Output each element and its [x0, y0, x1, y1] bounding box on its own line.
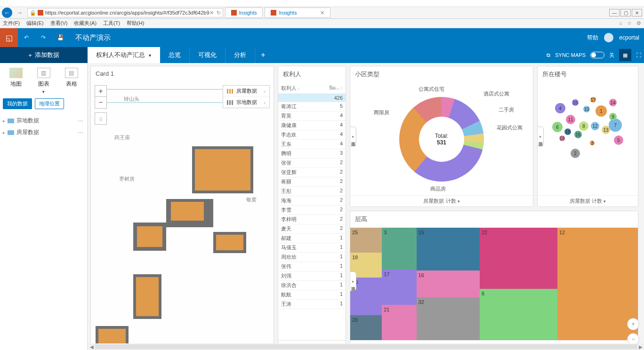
table-row[interactable]: 426 [278, 94, 346, 102]
tree-cell[interactable]: 21 [382, 305, 416, 340]
table-row[interactable]: 刘强1 [278, 271, 346, 281]
table-row[interactable]: 王涛1 [278, 300, 346, 309]
page-tab-active[interactable]: 权利人不动产汇总 ▾ [88, 47, 160, 63]
zoom-out-button[interactable]: − [95, 97, 106, 108]
tree-cell[interactable]: 3 [382, 228, 416, 270]
bubble[interactable]: 9 [609, 113, 617, 120]
card-map[interactable]: Card 1 + − ⌂ 房屋数据› 宗地数据› 转山头 药王庙 枣树房 银 [90, 66, 274, 350]
tree-cell[interactable]: 20 [350, 315, 382, 340]
bubble[interactable]: 18 [564, 128, 571, 135]
bubble[interactable]: 15 [572, 99, 579, 106]
add-data-button[interactable]: + 添加数据 [0, 47, 88, 63]
table-row[interactable]: 王东4 [278, 140, 346, 149]
user-avatar[interactable] [604, 33, 613, 42]
browser-tab-2[interactable]: Insights ✕ [265, 8, 330, 18]
canvas-zoom-in[interactable]: + [627, 318, 639, 330]
result-type-chart[interactable]: ▥图表▾ [36, 68, 52, 95]
tree-cell[interactable]: 6 [480, 289, 557, 340]
result-type-table[interactable]: ▤表格 [64, 68, 80, 95]
treemap-body[interactable]: 25 18 30 20 3 17 21 15 16 32 [350, 228, 638, 340]
view-tab-overview[interactable]: 总览 [160, 47, 190, 63]
settings-icon[interactable]: ⚙ [636, 20, 641, 26]
tree-cell[interactable]: 22 [480, 228, 557, 289]
card-treemap[interactable]: 层高 ▸图表选项 25 18 30 20 3 17 21 15 [350, 211, 638, 350]
map-body[interactable]: + − ⌂ 房屋数据› 宗地数据› 转山头 药王庙 枣树房 银窝 [91, 81, 274, 350]
bubble-body[interactable]: 71468111213141517101618195923 [538, 83, 638, 195]
stop-icon[interactable]: ✕ [209, 10, 214, 16]
more-icon[interactable]: ⋯ [78, 118, 84, 124]
view-tab-analyze[interactable]: 分析 [225, 47, 255, 63]
bubble[interactable]: 3 [590, 141, 595, 145]
card-title[interactable]: Card 1 [91, 66, 274, 81]
bubble[interactable]: 19 [559, 135, 565, 141]
bubble[interactable]: 1 [596, 105, 607, 117]
back-button[interactable]: ← [2, 8, 12, 18]
table-row[interactable]: 腾明3 [278, 149, 346, 159]
bubble[interactable]: 7 [609, 119, 622, 132]
bubble[interactable]: 11 [566, 115, 575, 124]
bubble[interactable]: 14 [609, 99, 617, 106]
card-footer[interactable]: 房屋数据 计数▾ [538, 195, 638, 207]
forward-button[interactable]: → [14, 8, 25, 17]
workbook-title[interactable]: 不动产演示 [75, 33, 111, 42]
canvas[interactable]: Card 1 + − ⌂ 房屋数据› 宗地数据› 转山头 药王庙 枣树房 银 [88, 63, 644, 350]
card-bubble[interactable]: 所在楼号 ▸图表选项 71468111213141517101618195923… [537, 66, 638, 207]
pill-my-data[interactable]: 我的数据 [3, 98, 32, 109]
maximize-button[interactable]: ▢ [620, 9, 631, 16]
tree-cell[interactable]: 12 [557, 228, 638, 340]
table-row[interactable]: 张张2 [278, 159, 346, 168]
bubble[interactable]: 12 [591, 122, 599, 130]
menu-favorites[interactable]: 收藏夹(A) [74, 20, 97, 27]
add-page-button[interactable]: + [255, 47, 271, 63]
table-row[interactable]: 海海2 [278, 196, 346, 206]
tree-cell[interactable]: 16 [417, 270, 480, 298]
zoom-in-button[interactable]: + [95, 86, 106, 97]
close-button[interactable]: ✕ [632, 9, 642, 16]
table-body[interactable]: 426蒋涛江5育英4康健康4李志欢4王东4腾明3张张2张亚辉2蒋丽2王彤2海海2… [278, 94, 346, 340]
user-name[interactable]: ecportal [619, 34, 639, 41]
bubble[interactable]: 8 [579, 121, 588, 131]
bubble[interactable]: 6 [552, 122, 563, 132]
tree-cell[interactable]: 25 [350, 228, 382, 253]
table-row[interactable]: 徐洪合1 [278, 281, 346, 290]
map-feature[interactable] [133, 223, 166, 251]
more-icon[interactable]: ⋯ [78, 129, 84, 136]
table-row[interactable]: 张亚辉2 [278, 168, 346, 177]
map-feature[interactable] [192, 146, 253, 193]
grid-view-button[interactable]: ▦ [619, 49, 631, 61]
help-link[interactable]: 帮助 [587, 34, 598, 42]
table-row[interactable]: 康健康4 [278, 121, 346, 130]
close-tab-icon[interactable]: ✕ [320, 10, 324, 16]
menu-tools[interactable]: 工具(T) [103, 20, 120, 27]
map-feature[interactable] [213, 232, 246, 253]
sync-maps-toggle[interactable] [590, 52, 604, 58]
table-row[interactable]: 李志欢4 [278, 130, 346, 140]
browser-tab-1[interactable]: Insights [225, 8, 263, 18]
table-row[interactable]: 蒋丽2 [278, 177, 346, 187]
table-row[interactable]: 航航1 [278, 290, 346, 300]
pie-body[interactable]: Total: 531 公寓式住宅 酒店式公寓 二手房 花园式公寓 商品房 两限房 [350, 83, 533, 195]
table-row[interactable]: 育英4 [278, 111, 346, 121]
view-tab-visualize[interactable]: 可视化 [190, 47, 225, 63]
copy-icon[interactable]: ⧉ [547, 52, 550, 58]
app-logo[interactable]: ◱ [0, 28, 18, 47]
tree-cell[interactable]: 17 [382, 270, 416, 305]
donut-chart[interactable]: Total: 531 [399, 97, 484, 182]
card-pie[interactable]: 小区类型 ▸图表选项 Total: 531 公寓式住宅 酒店式公寓 二手房 花园… [350, 66, 533, 207]
tree-cell[interactable]: 32 [417, 297, 480, 340]
chevron-down-icon[interactable]: ▾ [149, 53, 151, 58]
bubble[interactable]: 17 [590, 97, 596, 103]
expand-handle[interactable]: ▸图表选项 [350, 271, 356, 291]
menu-edit[interactable]: 编辑(E) [26, 20, 44, 27]
table-row[interactable]: 王彤2 [278, 187, 346, 196]
table-row[interactable]: 马倩玉1 [278, 243, 346, 253]
bubble[interactable]: 2 [571, 149, 580, 158]
table-row[interactable]: 郝建1 [278, 234, 346, 243]
redo-button[interactable]: ↷ [35, 28, 52, 47]
dataset-item[interactable]: ▸宗地数据⋯ [0, 115, 87, 127]
favorite-icon[interactable]: ☆ [627, 20, 632, 26]
table-row[interactable]: 麦天2 [278, 224, 346, 234]
menu-file[interactable]: 文件(F) [3, 20, 20, 27]
map-feature[interactable] [133, 274, 161, 319]
pill-geo[interactable]: 地理位置 [35, 98, 64, 109]
